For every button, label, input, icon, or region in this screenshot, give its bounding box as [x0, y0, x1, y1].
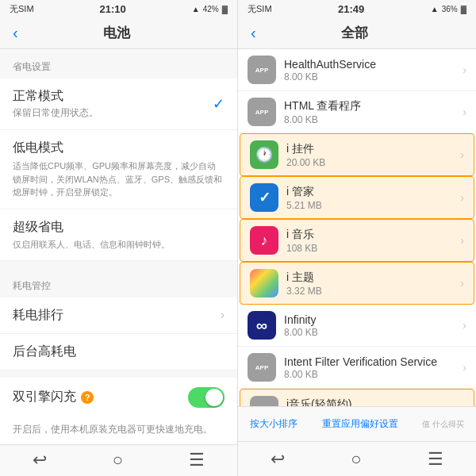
separator-1 [0, 261, 237, 268]
left-status-icons: ▲ 42% ▓ [192, 5, 228, 13]
normal-mode-title: 正常模式 [13, 88, 98, 105]
infinity-chevron: › [463, 319, 466, 332]
iguanjia-chevron: › [460, 191, 464, 204]
dual-flash-desc: 开启后，使用本机原装充电器可更快速地充电。 [0, 417, 237, 444]
power-rank-title: 耗电排行 [13, 307, 63, 324]
right-wifi-icon: ▲ [431, 5, 439, 13]
iwidget-size: 20.00 KB [286, 157, 460, 168]
intentfilter-name: Intent Filter Verification Service [284, 355, 463, 368]
low-power-desc: 适当降低CPU频率、GPU频率和屏幕亮度，减少自动锁屏时间，关闭WLAN热点、蓝… [13, 159, 225, 199]
itheme-name: i 主题 [286, 271, 460, 285]
right-back-nav-btn[interactable]: ↩ [271, 449, 285, 470]
imusic-name: i 音乐 [286, 228, 460, 242]
html-chevron: › [463, 106, 466, 118]
right-time: 21:49 [338, 3, 364, 15]
healthauth-name: HealthAuthService [284, 58, 463, 71]
right-nav-bar: ‹ 全部 [238, 17, 476, 49]
intentfilter-size: 8.00 KB [284, 369, 463, 380]
left-carrier: 无SIM [10, 3, 34, 15]
left-panel: 无SIM 21:10 ▲ 42% ▓ ‹ 电池 省电设置 正常模式 保留日常使用… [0, 0, 238, 476]
dual-flash-toggle[interactable] [188, 387, 225, 408]
separator-2 [0, 370, 237, 378]
iguanjia-icon: ✓ [250, 183, 278, 212]
super-save-title: 超级省电 [13, 219, 63, 236]
app-item-imusic2[interactable]: APP i音乐(轻简约) 8.00 KB › [240, 389, 474, 406]
wifi-icon: ▲ [192, 5, 200, 13]
iguanjia-name: i 管家 [286, 185, 460, 199]
html-name: HTML 查看程序 [284, 99, 463, 113]
section-header-power-save: 省电设置 [0, 49, 237, 79]
right-back-button[interactable]: ‹ [251, 24, 256, 42]
sort-by-size-btn[interactable]: 按大小排序 [250, 417, 298, 431]
infinity-size: 8.00 KB [284, 327, 463, 338]
dual-flash-title: 双引擎闪充 [13, 389, 76, 405]
itheme-icon [250, 269, 278, 298]
super-save-item[interactable]: 超级省电 仅启用联系人、电话、信息和闹钟时钟。 [0, 209, 237, 261]
html-info: HTML 查看程序 8.00 KB [284, 99, 463, 125]
iwidget-icon: 🕐 [250, 140, 278, 169]
html-size: 8.00 KB [284, 114, 463, 125]
super-save-desc: 仅启用联系人、电话、信息和闹钟时钟。 [13, 239, 170, 251]
left-bottom-nav: ↩ ○ ☰ [0, 444, 237, 476]
iguanjia-size: 5.21 MB [286, 200, 460, 211]
infinity-name: Infinity [284, 313, 463, 326]
app-list: APP HealthAuthService 8.00 KB › APP HTML… [238, 49, 476, 406]
intentfilter-info: Intent Filter Verification Service 8.00 … [284, 355, 463, 380]
healthauth-size: 8.00 KB [284, 71, 463, 83]
left-back-button[interactable]: ‹ [13, 24, 18, 42]
iwidget-chevron: › [460, 148, 464, 161]
healthauth-chevron: › [463, 63, 466, 76]
right-status-icons: ▲ 36% ▓ [431, 5, 466, 13]
bg-power-title: 后台高耗电 [13, 344, 76, 360]
normal-mode-item[interactable]: 正常模式 保留日常使用状态。 ✓ [0, 79, 237, 130]
healthauth-icon: APP [248, 56, 276, 84]
left-menu-btn[interactable]: ☰ [189, 450, 205, 470]
imusic-size: 108 KB [286, 243, 460, 254]
power-rank-chevron: › [221, 308, 225, 322]
left-back-nav-btn[interactable]: ↩ [33, 450, 47, 470]
power-rank-item[interactable]: 耗电排行 › [0, 298, 237, 334]
left-time: 21:10 [100, 3, 126, 15]
intentfilter-icon: APP [248, 353, 276, 382]
left-nav-title: 电池 [28, 24, 205, 42]
right-menu-btn[interactable]: ☰ [428, 449, 443, 470]
infinity-info: Infinity 8.00 KB [284, 313, 463, 338]
app-item-infinity[interactable]: ∞ Infinity 8.00 KB › [238, 305, 476, 347]
app-item-healthauth[interactable]: APP HealthAuthService 8.00 KB › [238, 49, 476, 91]
right-home-btn[interactable]: ○ [351, 449, 361, 470]
right-battery-level: 36% [442, 5, 458, 13]
dual-flash-title-row: 双引擎闪充 ? [13, 389, 94, 405]
battery-level: 42% [203, 5, 219, 13]
left-status-bar: 无SIM 21:10 ▲ 42% ▓ [0, 0, 237, 17]
healthauth-info: HealthAuthService 8.00 KB [284, 58, 463, 83]
question-mark-icon[interactable]: ? [81, 391, 94, 404]
imusic-chevron: › [460, 234, 464, 247]
watermark: 值 什么得买 [422, 419, 464, 430]
itheme-info: i 主题 3.32 MB [286, 271, 460, 297]
left-nav-bar: ‹ 电池 [0, 17, 237, 49]
reset-prefs-btn[interactable]: 重置应用偏好设置 [322, 417, 398, 431]
app-item-itheme[interactable]: i 主题 3.32 MB › [240, 262, 474, 305]
iwidget-info: i 挂件 20.00 KB [286, 142, 460, 168]
low-power-title: 低电模式 [13, 140, 63, 156]
section-header-power-ctrl: 耗电管控 [0, 268, 237, 298]
app-item-intentfilter[interactable]: APP Intent Filter Verification Service 8… [238, 347, 476, 389]
right-status-bar: 无SIM 21:49 ▲ 36% ▓ [238, 0, 476, 17]
bg-power-item[interactable]: 后台高耗电 [0, 334, 237, 370]
intentfilter-chevron: › [463, 361, 466, 374]
normal-mode-desc: 保留日常使用状态。 [13, 106, 98, 120]
app-item-iwidget[interactable]: 🕐 i 挂件 20.00 KB › [240, 133, 474, 176]
itheme-chevron: › [460, 277, 464, 290]
right-bottom-nav: ↩ ○ ☰ [238, 441, 476, 476]
imusic2-info: i音乐(轻简约) 8.00 KB [286, 397, 460, 407]
app-item-html[interactable]: APP HTML 查看程序 8.00 KB › [238, 91, 476, 133]
app-item-imusic[interactable]: ♪ i 音乐 108 KB › [240, 219, 474, 262]
low-power-item[interactable]: 低电模式 适当降低CPU频率、GPU频率和屏幕亮度，减少自动锁屏时间，关闭WLA… [0, 130, 237, 209]
imusic-icon: ♪ [250, 226, 278, 255]
imusic-info: i 音乐 108 KB [286, 228, 460, 254]
left-home-btn[interactable]: ○ [113, 450, 123, 470]
battery-icon: ▓ [222, 5, 228, 13]
iwidget-name: i 挂件 [286, 142, 460, 156]
iguanjia-info: i 管家 5.21 MB [286, 185, 460, 211]
app-item-iguanjia[interactable]: ✓ i 管家 5.21 MB › [240, 176, 474, 219]
